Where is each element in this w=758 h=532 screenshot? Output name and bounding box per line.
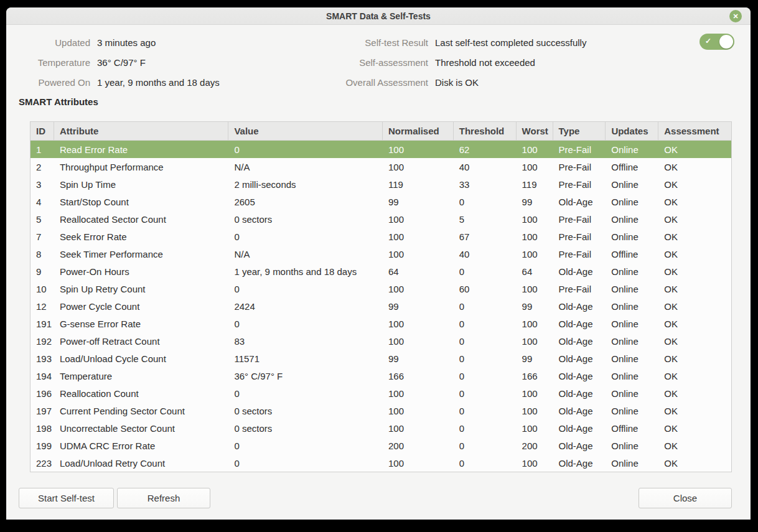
cell: Online: [606, 297, 658, 315]
cell: 166: [517, 367, 553, 385]
table-row[interactable]: 199UDMA CRC Error Rate02000200Old-AgeOnl…: [30, 437, 731, 454]
cell: 0 sectors: [228, 402, 383, 419]
smart-enabled-toggle[interactable]: ✓: [700, 34, 734, 50]
table-row[interactable]: 5Reallocated Sector Count0 sectors100510…: [30, 210, 731, 228]
cell: Start/Stop Count: [54, 193, 228, 210]
cell: Online: [606, 210, 658, 228]
cell: 100: [383, 210, 454, 228]
cell: 9: [30, 263, 54, 280]
cell: OK: [658, 437, 731, 454]
cell: 223: [30, 454, 54, 472]
cell: OK: [658, 193, 731, 210]
table-row[interactable]: 3Spin Up Time2 milli-seconds11933119Pre-…: [30, 175, 731, 193]
table-row[interactable]: 198Uncorrectable Sector Count0 sectors10…: [30, 419, 731, 437]
cell: 3: [30, 175, 54, 193]
cell: 100: [517, 158, 553, 175]
column-header-worst[interactable]: Worst: [517, 122, 553, 140]
cell: 100: [517, 454, 553, 472]
cell: Offline: [606, 419, 658, 437]
table-row[interactable]: 10Spin Up Retry Count010060100Pre-FailOn…: [30, 280, 731, 297]
cell: 194: [30, 367, 54, 385]
toggle-knob: [719, 35, 733, 49]
table-row[interactable]: 196Reallocation Count01000100Old-AgeOnli…: [30, 385, 731, 402]
cell: Online: [606, 454, 658, 472]
table-row[interactable]: 223Load/Unload Retry Count01000100Old-Ag…: [30, 454, 731, 472]
column-header-type[interactable]: Type: [553, 122, 606, 140]
cell: 0: [228, 437, 383, 454]
column-header-updates[interactable]: Updates: [606, 122, 658, 140]
cell: Reallocated Sector Count: [54, 210, 228, 228]
cell: Old-Age: [553, 402, 606, 419]
cell: 119: [383, 175, 454, 193]
cell: 99: [383, 193, 454, 210]
cell: Pre-Fail: [553, 210, 606, 228]
table-row[interactable]: 9Power-On Hours1 year, 9 months and 18 d…: [30, 263, 731, 280]
cell: 67: [454, 228, 517, 245]
cell: Old-Age: [553, 367, 606, 385]
start-self-test-button[interactable]: Start Self-test: [19, 488, 114, 508]
cell: 99: [383, 350, 454, 367]
cell: Seek Timer Performance: [54, 245, 228, 263]
cell: 0: [454, 454, 517, 472]
cell: 99: [383, 297, 454, 315]
cell: Spin Up Retry Count: [54, 280, 228, 297]
cell: 191: [30, 315, 54, 332]
powered-on-value: 1 year, 9 months and 18 days: [97, 77, 220, 88]
cell: OK: [658, 141, 731, 158]
smart-table-body: 1Read Error Rate010062100Pre-FailOnlineO…: [30, 141, 731, 472]
table-row[interactable]: 191G-sense Error Rate01000100Old-AgeOnli…: [30, 315, 731, 332]
table-row[interactable]: 8Seek Timer PerformanceN/A10040100Pre-Fa…: [30, 245, 731, 263]
cell: OK: [658, 158, 731, 175]
table-row[interactable]: 197Current Pending Sector Count0 sectors…: [30, 402, 731, 419]
cell: Online: [606, 385, 658, 402]
cell: Power Cycle Count: [54, 297, 228, 315]
cell: OK: [658, 228, 731, 245]
table-row[interactable]: 12Power Cycle Count242499099Old-AgeOnlin…: [30, 297, 731, 315]
cell: 40: [454, 245, 517, 263]
cell: 4: [30, 193, 54, 210]
cell: 64: [517, 263, 553, 280]
close-button[interactable]: Close: [639, 488, 732, 508]
cell: OK: [658, 332, 731, 350]
cell: 2424: [228, 297, 383, 315]
cell: Pre-Fail: [553, 245, 606, 263]
table-row[interactable]: 194Temperature36° C/97° F1660166Old-AgeO…: [30, 367, 731, 385]
table-row[interactable]: 192Power-off Retract Count831000100Old-A…: [30, 332, 731, 350]
column-header-threshold[interactable]: Threshold: [454, 122, 517, 140]
cell: G-sense Error Rate: [54, 315, 228, 332]
cell: OK: [658, 210, 731, 228]
column-header-attribute[interactable]: Attribute: [54, 122, 228, 140]
cell: N/A: [228, 245, 383, 263]
cell: 99: [517, 350, 553, 367]
table-row[interactable]: 4Start/Stop Count260599099Old-AgeOnlineO…: [30, 193, 731, 210]
table-row[interactable]: 193Load/Unload Cycle Count1157199099Old-…: [30, 350, 731, 367]
close-icon[interactable]: ✕: [729, 10, 742, 22]
column-header-normalised[interactable]: Normalised: [383, 122, 454, 140]
table-row[interactable]: 2Throughput PerformanceN/A10040100Pre-Fa…: [30, 158, 731, 175]
cell: 0: [454, 332, 517, 350]
cell: 0: [228, 280, 383, 297]
cell: 0: [454, 385, 517, 402]
cell: 200: [517, 437, 553, 454]
cell: 33: [454, 175, 517, 193]
cell: 100: [383, 228, 454, 245]
column-header-id[interactable]: ID: [30, 122, 54, 140]
cell: 198: [30, 419, 54, 437]
column-header-value[interactable]: Value: [228, 122, 383, 140]
cell: Temperature: [54, 367, 228, 385]
drive-info-right: Self-test Result Last self-test complete…: [274, 32, 586, 92]
titlebar[interactable]: SMART Data & Self-Tests ✕: [6, 7, 751, 25]
cell: 2 milli-seconds: [228, 175, 383, 193]
cell: 100: [517, 419, 553, 437]
cell: Old-Age: [553, 350, 606, 367]
cell: Seek Error Rate: [54, 228, 228, 245]
cell: 0: [454, 367, 517, 385]
refresh-button[interactable]: Refresh: [117, 488, 210, 508]
table-row[interactable]: 7Seek Error Rate010067100Pre-FailOnlineO…: [30, 228, 731, 245]
cell: 0: [228, 141, 383, 158]
cell: OK: [658, 175, 731, 193]
table-row[interactable]: 1Read Error Rate010062100Pre-FailOnlineO…: [30, 141, 731, 158]
column-header-assessment[interactable]: Assessment: [658, 122, 731, 140]
cell: 0: [228, 454, 383, 472]
cell: 0: [454, 263, 517, 280]
